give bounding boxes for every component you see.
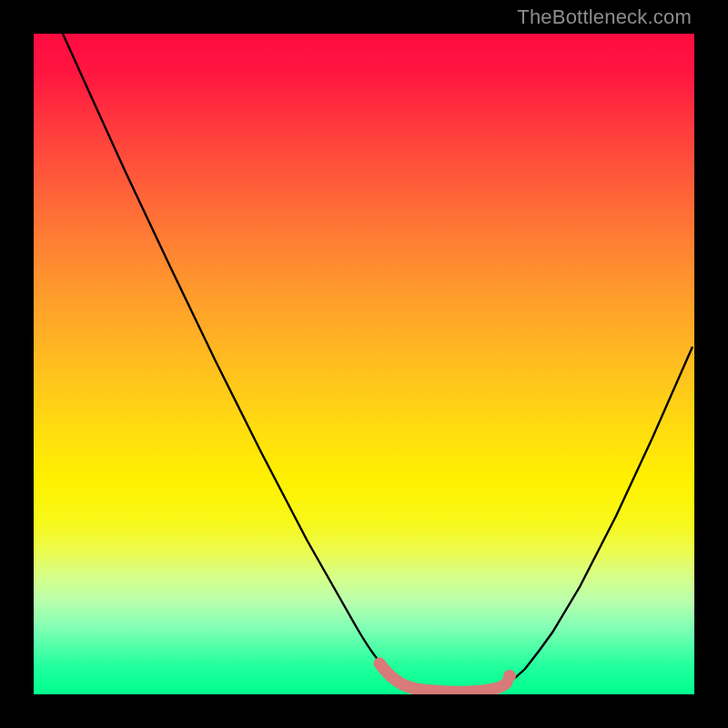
chart-frame: TheBottleneck.com <box>0 0 728 728</box>
plot-area <box>34 34 694 694</box>
watermark-text: TheBottleneck.com <box>517 5 692 29</box>
curve-layer <box>34 34 694 694</box>
flat-minimum-segment <box>379 663 507 692</box>
flat-segment-end-dot <box>503 670 516 682</box>
bottleneck-curve <box>63 34 693 693</box>
